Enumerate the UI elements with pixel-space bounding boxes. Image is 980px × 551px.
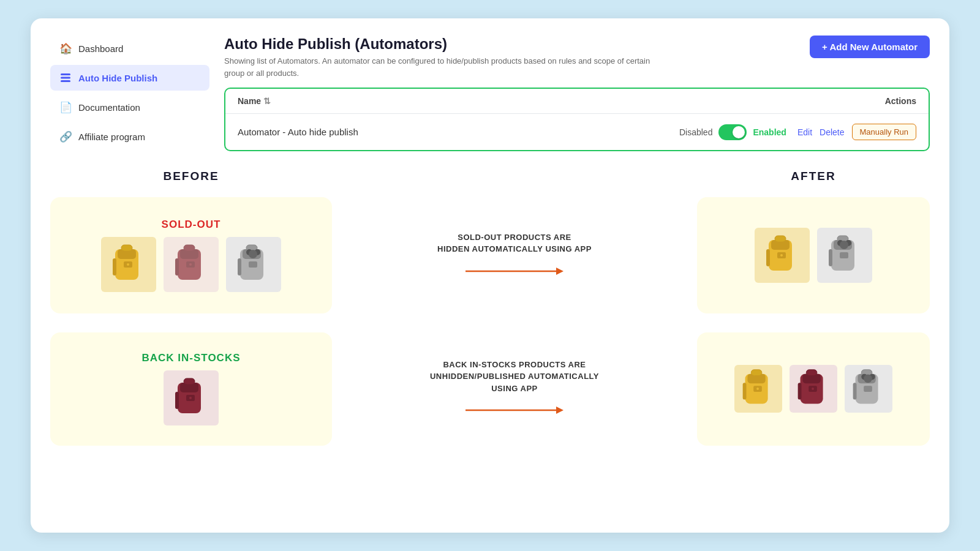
svg-rect-18 (238, 258, 241, 276)
svg-rect-41 (184, 378, 195, 384)
svg-point-38 (840, 241, 848, 249)
header-text: Auto Hide Publish (Automators) Showing l… (224, 36, 653, 79)
doc-icon: 📄 (59, 100, 72, 114)
status-disabled-label: Disabled (679, 127, 712, 137)
svg-rect-49 (751, 370, 762, 376)
svg-rect-5 (121, 245, 132, 251)
diagram-area: BEFORE AFTER SOLD-OUT (31, 163, 949, 533)
sort-icon[interactable]: ⇅ (263, 96, 271, 106)
action-buttons: Edit Delete Manually Run (797, 124, 916, 140)
status-enabled-label: Enabled (753, 127, 786, 137)
svg-rect-19 (249, 261, 257, 268)
after-product-grey-1 (817, 228, 872, 283)
product-grey-1 (226, 237, 281, 292)
svg-rect-34 (829, 249, 832, 266)
after-product-maroon-2 (790, 365, 837, 413)
svg-point-66 (864, 375, 872, 383)
after-label: AFTER (791, 170, 835, 182)
before-label-container: BEFORE (50, 170, 332, 183)
svg-rect-56 (798, 383, 802, 399)
before-box-2: BACK IN-STOCKS (50, 332, 332, 446)
sidebar-item-documentation-label: Documentation (78, 102, 140, 113)
svg-rect-27 (775, 236, 786, 242)
sidebar: 🏠 Dashboard Auto Hide Publish 📄 Document… (50, 36, 209, 151)
after-label-container: AFTER (697, 170, 930, 183)
diagram-row-back-in: BACK IN-STOCKS (50, 328, 930, 450)
automators-table: Name ⇅ Actions Automator - Auto hide pub… (224, 88, 930, 151)
main-content: Auto Hide Publish (Automators) Showing l… (224, 36, 930, 151)
svg-point-14 (189, 263, 192, 266)
col-name-header: Name ⇅ (238, 96, 271, 106)
table-row: Automator - Auto hide publish Disabled E… (225, 114, 929, 150)
home-icon: 🏠 (59, 42, 72, 55)
arrow-svg-2 (466, 402, 564, 419)
page-description: Showing list of Automators. An automator… (224, 55, 653, 79)
svg-point-22 (249, 250, 257, 258)
manually-run-button[interactable]: Manually Run (852, 124, 917, 140)
back-in-badge: BACK IN-STOCKS (141, 352, 240, 364)
page-title: Auto Hide Publish (Automators) (224, 36, 653, 53)
svg-rect-12 (175, 258, 179, 276)
arrow-text-2: BACK IN-STOCKS PRODUCTS ARE UNHIDDEN/PUB… (430, 359, 599, 395)
sold-out-badge: SOLD-OUT (162, 219, 221, 231)
svg-rect-62 (853, 383, 857, 399)
svg-marker-46 (556, 407, 564, 414)
automator-name: Automator - Auto hide publish (238, 127, 358, 137)
after-products-row-1 (755, 228, 872, 283)
top-panel: 🏠 Dashboard Auto Hide Publish 📄 Document… (31, 18, 949, 163)
before-products-row-1 (101, 237, 281, 292)
sidebar-item-affiliate[interactable]: 🔗 Affiliate program (50, 124, 209, 149)
svg-rect-6 (113, 258, 116, 276)
after-products-row-2 (734, 365, 892, 413)
row-right-controls: Disabled Enabled Edit Delete Manually Ru… (679, 124, 916, 140)
svg-point-44 (189, 397, 192, 399)
before-label: BEFORE (163, 170, 219, 182)
svg-point-30 (780, 254, 783, 257)
after-box-1 (697, 197, 930, 313)
enable-toggle[interactable] (718, 124, 747, 140)
delete-button[interactable]: Delete (820, 127, 844, 137)
svg-point-58 (812, 388, 814, 390)
svg-rect-0 (61, 73, 70, 75)
svg-rect-55 (806, 370, 817, 376)
svg-rect-1 (61, 77, 70, 79)
sidebar-item-documentation[interactable]: 📄 Documentation (50, 94, 209, 120)
table-header: Name ⇅ Actions (225, 89, 929, 114)
svg-rect-63 (864, 386, 872, 392)
svg-rect-11 (184, 245, 195, 251)
before-products-row-2 (164, 370, 219, 425)
main-card: 🏠 Dashboard Auto Hide Publish 📄 Document… (31, 18, 949, 533)
sidebar-item-dashboard[interactable]: 🏠 Dashboard (50, 36, 209, 61)
arrow-spacer-label (332, 170, 697, 183)
before-after-labels: BEFORE AFTER (50, 170, 930, 183)
product-maroon-sold (164, 237, 219, 292)
diagram-row-sold-out: SOLD-OUT (50, 194, 930, 317)
svg-point-8 (127, 263, 129, 266)
affiliate-icon: 🔗 (59, 130, 72, 143)
svg-point-52 (756, 388, 759, 390)
product-maroon-back (164, 370, 219, 425)
sidebar-item-affiliate-label: Affiliate program (78, 132, 145, 142)
sidebar-item-auto-hide-label: Auto Hide Publish (78, 73, 157, 83)
svg-rect-42 (175, 392, 179, 409)
svg-rect-35 (840, 252, 848, 258)
arrow-text-1: SOLD-OUT PRODUCTS ARE HIDDEN AUTOMATICAL… (437, 231, 592, 255)
after-product-yellow-1 (755, 228, 810, 283)
edit-button[interactable]: Edit (797, 127, 812, 137)
svg-marker-24 (556, 268, 564, 275)
after-product-yellow-2 (734, 365, 782, 413)
col-actions-header: Actions (885, 96, 916, 106)
list-icon (59, 71, 72, 84)
sidebar-item-auto-hide-publish[interactable]: Auto Hide Publish (50, 65, 209, 91)
arrow-area-2: BACK IN-STOCKS PRODUCTS ARE UNHIDDEN/PUB… (332, 359, 697, 419)
after-box-2 (697, 332, 930, 446)
svg-rect-50 (743, 383, 747, 399)
after-product-grey-2 (845, 365, 892, 413)
toggle-group: Disabled Enabled (679, 124, 786, 140)
arrow-area-1: SOLD-OUT PRODUCTS ARE HIDDEN AUTOMATICAL… (332, 231, 697, 280)
arrow-svg-1 (466, 263, 564, 280)
before-box-1: SOLD-OUT (50, 197, 332, 313)
svg-rect-2 (61, 80, 70, 82)
header-row: Auto Hide Publish (Automators) Showing l… (224, 36, 930, 79)
add-automator-button[interactable]: + Add New Automator (810, 36, 930, 58)
